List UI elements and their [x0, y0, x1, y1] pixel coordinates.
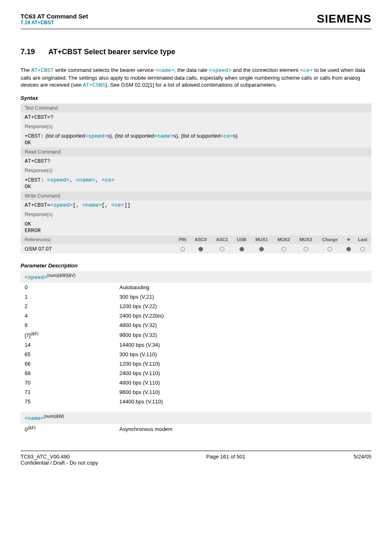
param-value: 1 — [21, 292, 115, 302]
test-response-label: Response(s) — [21, 122, 371, 131]
name-param-attrs: (num)(&W) — [44, 414, 64, 419]
param-description: 4800 bps (V.110) — [115, 378, 371, 387]
param-row: 21200 bps (V.22) — [21, 302, 371, 311]
at-cbst-link[interactable]: AT+CBST — [31, 67, 54, 74]
param-row: 42400 bps (V.22bis) — [21, 311, 371, 320]
syntax-table: Test Command AT+CBST=? Response(s) +CBST… — [21, 104, 371, 253]
dot-last — [354, 244, 371, 253]
intro-paragraph: The AT+CBST write command selects the be… — [21, 67, 371, 89]
dot-mux1 — [251, 244, 273, 253]
param-value: 66 — [21, 359, 115, 368]
name-param-table: <name>(num)(&W) 0(&F)Asynchronous modem — [21, 412, 371, 434]
param-description: 1200 bps (V.110) — [115, 359, 371, 368]
ref-value-row: GSM 07.07 — [21, 244, 371, 253]
param-description: 300 bps (V.110) — [115, 350, 371, 359]
param-value: 6 — [21, 320, 115, 330]
test-command-header: Test Command — [21, 104, 371, 113]
param-row: [7](&F)9600 bps (V.32) — [21, 330, 371, 340]
syntax-heading: Syntax — [21, 95, 371, 101]
param-row: 64800 bps (V.32) — [21, 320, 371, 330]
param-value: 70 — [21, 378, 115, 387]
param-value: 0(&F) — [21, 424, 115, 434]
speed-param-attrs: (num)(&W)(&V) — [47, 273, 76, 278]
param-description: Autobauding — [115, 283, 371, 292]
test-ce-link[interactable]: <ce> — [220, 133, 233, 139]
read-command-header: Read Command — [21, 147, 371, 157]
param-description: Asynchronous modem — [115, 424, 371, 434]
param-row: 65300 bps (V.110) — [21, 350, 371, 359]
dot-airplane — [343, 244, 354, 253]
col-asc0: ASC0 — [190, 235, 211, 244]
col-pin: PIN — [175, 235, 190, 244]
test-name-link[interactable]: <name> — [154, 133, 173, 139]
ref-header-row: Reference(s) PIN ASC0 ASC1 USB MUX1 MUX2… — [21, 235, 371, 244]
section-number: 7.19 — [21, 48, 35, 56]
reference-grid: Reference(s) PIN ASC0 ASC1 USB MUX1 MUX2… — [21, 235, 371, 253]
param-description: 2400 bps (V.110) — [115, 368, 371, 378]
param-description: 1200 bps (V.22) — [115, 302, 371, 311]
param-row: 719600 bps (V.110) — [21, 387, 371, 397]
test-response-body: +CBST: (list of supported<speed>s), (lis… — [21, 131, 371, 147]
test-command-value: AT+CBST=? — [21, 113, 371, 122]
param-row: 661200 bps (V.110) — [21, 359, 371, 368]
param-value-sup: (&F) — [28, 426, 35, 430]
param-description: 9600 bps (V.110) — [115, 387, 371, 397]
page-footer: TC63_ATC_V00.490 Confidential / Draft - … — [21, 451, 371, 466]
write-name-link[interactable]: <name> — [82, 202, 101, 208]
footer-left: TC63_ATC_V00.490 Confidential / Draft - … — [21, 454, 98, 466]
param-description: 2400 bps (V.22bis) — [115, 311, 371, 320]
read-response-label: Response(s) — [21, 166, 371, 175]
param-description: 300 bps (V.21) — [115, 292, 371, 302]
section-title: AT+CBST Select bearer service type — [48, 48, 175, 56]
name-token-link[interactable]: <name> — [155, 67, 175, 74]
param-value: 0 — [21, 283, 115, 292]
footer-page: Page 161 of 501 — [98, 454, 354, 466]
write-ce-link[interactable]: <ce> — [111, 202, 124, 208]
write-response-body: OK ERROR — [21, 219, 371, 235]
dot-asc1 — [211, 244, 233, 253]
dot-pin — [175, 244, 190, 253]
read-ce-link[interactable]: <ce> — [101, 177, 114, 183]
param-value: 71 — [21, 387, 115, 397]
dot-usb — [233, 244, 250, 253]
param-value: 14 — [21, 340, 115, 350]
read-name-link[interactable]: <name> — [76, 177, 95, 183]
section-heading: 7.19 AT+CBST Select bearer service type — [21, 48, 371, 56]
dot-mux2 — [273, 244, 295, 253]
param-row: 704800 bps (V.110) — [21, 378, 371, 387]
speed-param-name[interactable]: <speed> — [25, 274, 47, 281]
speed-token-link[interactable]: <speed> — [209, 67, 231, 74]
name-param-name[interactable]: <name> — [25, 416, 44, 422]
col-mux3: MUX3 — [295, 235, 317, 244]
param-value: 2 — [21, 302, 115, 311]
doc-title: TC63 AT Command Set — [21, 13, 88, 20]
write-speed-link[interactable]: <speed> — [50, 202, 73, 208]
reference-value: GSM 07.07 — [21, 244, 175, 253]
footer-date: 5/24/05 — [354, 454, 371, 466]
param-row: 1414400 bps (V.34) — [21, 340, 371, 350]
col-mux1: MUX1 — [251, 235, 273, 244]
param-row: 0Autobauding — [21, 283, 371, 292]
param-description: 14400 bps (V.110) — [115, 397, 371, 406]
at-csns-link[interactable]: AT+CSNS — [83, 82, 106, 88]
brand-logo: SIEMENS — [317, 12, 371, 25]
param-row: 1300 bps (V.21) — [21, 292, 371, 302]
param-value: 65 — [21, 350, 115, 359]
read-speed-link[interactable]: <speed> — [47, 177, 70, 183]
dot-asc0 — [190, 244, 211, 253]
param-row: 0(&F)Asynchronous modem — [21, 424, 371, 434]
param-value-sup: (&F) — [30, 332, 38, 336]
col-airplane-icon: ✈ — [343, 235, 354, 244]
speed-param-table: <speed>(num)(&W)(&V) 0Autobauding1300 bp… — [21, 271, 371, 407]
test-speed-link[interactable]: <speed> — [85, 133, 108, 139]
write-command-header: Write Command — [21, 191, 371, 200]
param-description: 14400 bps (V.34) — [115, 340, 371, 350]
param-value: 68 — [21, 368, 115, 378]
param-value: 4 — [21, 311, 115, 320]
header-left: TC63 AT Command Set 7.19 AT+CBST — [21, 13, 88, 25]
param-value: [7](&F) — [21, 330, 115, 340]
speed-param-header: <speed>(num)(&W)(&V) — [21, 271, 371, 283]
param-row: 7514400 bps (V.110) — [21, 397, 371, 406]
col-usb: USB — [233, 235, 250, 244]
ce-token-link[interactable]: <ce> — [300, 67, 313, 74]
